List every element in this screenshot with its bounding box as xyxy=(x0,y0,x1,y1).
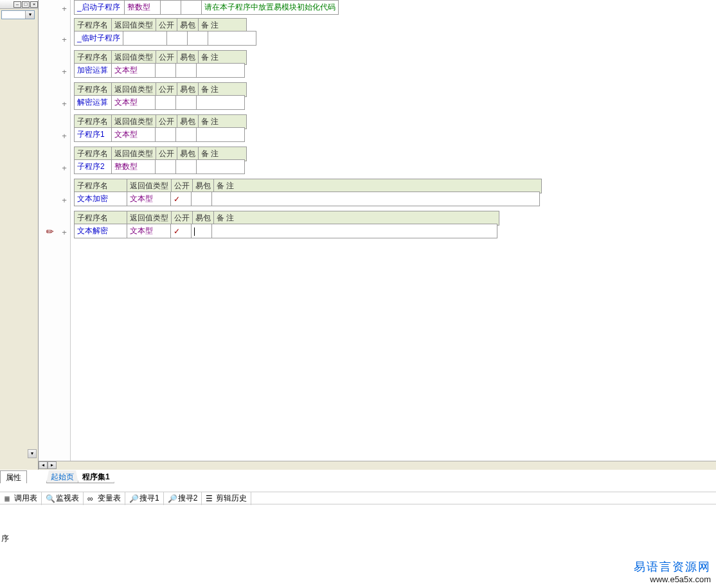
cell-name[interactable]: 解密运算 xyxy=(75,96,112,110)
cell-public[interactable] xyxy=(156,160,176,174)
bottom-tab-label: 搜寻1 xyxy=(139,493,159,504)
side-dropdown[interactable]: ▾ xyxy=(1,10,35,19)
doc-tab[interactable]: 起始页 xyxy=(46,470,78,483)
cell-public[interactable]: ✓ xyxy=(171,224,192,238)
code-editor: ++++++++✎ _启动子程序整数型请在本子程序中放置易模块初始化代码子程序名… xyxy=(39,0,716,470)
expand-icon[interactable]: + xyxy=(60,4,68,13)
bottom-tab[interactable]: ☰剪辑历史 xyxy=(202,492,251,505)
find-icon: 🔎 xyxy=(168,494,176,503)
edit-marker-icon: ✎ xyxy=(44,225,57,238)
scroll-left-icon[interactable]: ◂ xyxy=(39,461,48,469)
properties-tab[interactable]: 属性 xyxy=(0,470,27,483)
bottom-tab-label: 监视表 xyxy=(56,493,79,504)
subroutine-grid[interactable]: 文本解密文本型✓ xyxy=(74,224,497,238)
cell-public[interactable] xyxy=(156,64,176,78)
cell-type[interactable]: 文本型 xyxy=(127,192,171,206)
cell-name[interactable]: 子程序1 xyxy=(75,128,112,142)
watermark-url: www.e5a5x.com xyxy=(634,575,711,584)
find-icon: 🔎 xyxy=(129,494,138,503)
history-icon: ☰ xyxy=(206,494,214,503)
bottom-tab-label: 剪辑历史 xyxy=(216,493,247,504)
cell-pack[interactable] xyxy=(176,128,197,142)
expand-icon[interactable]: + xyxy=(60,227,68,237)
cell-pack[interactable] xyxy=(176,96,197,110)
bottom-tab[interactable]: 🔎搜寻2 xyxy=(164,492,202,505)
cell-type[interactable]: 文本型 xyxy=(112,64,156,78)
search-icon: 🔍 xyxy=(46,494,54,503)
subroutine-grid[interactable]: 加密运算文本型 xyxy=(74,63,245,78)
subroutine-grid[interactable]: 解密运算文本型 xyxy=(74,95,245,110)
subroutine-grid[interactable]: 子程序2整数型 xyxy=(74,159,245,174)
cell-remark[interactable] xyxy=(197,96,245,110)
cell-pack[interactable] xyxy=(176,64,197,78)
bottom-tab-label: 调用表 xyxy=(14,493,37,504)
cell-type[interactable]: 文本型 xyxy=(112,128,156,142)
cell-name[interactable]: _启动子程序 xyxy=(75,1,125,15)
cell-pack[interactable] xyxy=(187,31,208,46)
restore-icon[interactable]: □ xyxy=(22,1,30,8)
chevron-down-icon[interactable]: ▾ xyxy=(25,11,34,19)
cell-name[interactable]: 文本解密 xyxy=(75,224,127,238)
watermark: 易语言资源网 www.e5a5x.com xyxy=(634,559,711,584)
subroutine-grid[interactable]: 文本加密文本型✓ xyxy=(74,192,540,206)
cell-remark[interactable]: 请在本子程序中放置易模块初始化代码 xyxy=(202,1,339,15)
chevron-down-icon[interactable]: ▾ xyxy=(28,449,37,458)
cell-remark[interactable] xyxy=(212,192,540,206)
cell-pack[interactable] xyxy=(181,1,202,15)
cell-pack[interactable] xyxy=(176,160,197,174)
bottom-tab-label: 变量表 xyxy=(98,493,121,504)
cell-pack[interactable] xyxy=(192,192,212,206)
cell-remark[interactable] xyxy=(208,31,256,46)
side-titlebar: – □ × xyxy=(0,0,38,9)
cell-type[interactable]: 整数型 xyxy=(125,1,161,15)
cell-remark[interactable] xyxy=(212,224,497,238)
scroll-right-icon[interactable]: ▸ xyxy=(48,461,57,469)
expand-icon[interactable]: + xyxy=(60,131,68,141)
doc-tab[interactable]: 程序集1 xyxy=(78,470,114,483)
cell-public[interactable]: ✓ xyxy=(171,192,192,206)
expand-icon[interactable]: + xyxy=(60,67,68,76)
bottom-tab[interactable]: ∞变量表 xyxy=(84,492,125,505)
cell-name[interactable]: 加密运算 xyxy=(75,64,112,78)
cell-type[interactable]: 文本型 xyxy=(112,96,156,110)
cell-pack[interactable] xyxy=(192,224,212,238)
status-bar: 序 xyxy=(0,532,716,546)
horizontal-scrollbar[interactable]: ◂▸ xyxy=(39,461,716,470)
cell-remark[interactable] xyxy=(197,128,245,142)
minimize-icon[interactable]: – xyxy=(13,1,21,8)
cell-type[interactable]: 整数型 xyxy=(112,160,156,174)
list-icon: ≣ xyxy=(4,494,12,503)
expand-icon[interactable]: + xyxy=(60,99,68,109)
subroutine-grid[interactable]: _启动子程序整数型请在本子程序中放置易模块初始化代码 xyxy=(74,0,339,15)
bottom-tab[interactable]: ≣调用表 xyxy=(0,492,42,505)
subroutine-grid[interactable]: _临时子程序 xyxy=(74,31,256,46)
side-panel: – □ × ▾ ▾ xyxy=(0,0,39,470)
subroutine-grid[interactable]: 子程序1文本型 xyxy=(74,127,245,142)
bottom-tab[interactable]: 🔎搜寻1 xyxy=(125,492,164,505)
bottom-panel-tabs: ≣调用表🔍监视表∞变量表🔎搜寻1🔎搜寻2☰剪辑历史 xyxy=(0,492,716,504)
cell-remark[interactable] xyxy=(197,160,245,174)
bottom-tab-label: 搜寻2 xyxy=(178,493,198,504)
cell-type[interactable]: 文本型 xyxy=(127,224,171,238)
cell-type[interactable] xyxy=(123,31,166,46)
expand-icon[interactable]: + xyxy=(60,35,68,44)
gutter: ++++++++✎ xyxy=(39,0,71,463)
watermark-title: 易语言资源网 xyxy=(634,559,711,575)
cell-public[interactable] xyxy=(166,31,187,46)
cell-public[interactable] xyxy=(161,1,181,15)
cell-name[interactable]: _临时子程序 xyxy=(75,31,123,46)
document-tabs: 起始页程序集1 xyxy=(39,470,114,483)
close-icon[interactable]: × xyxy=(30,1,38,8)
var-icon: ∞ xyxy=(87,494,96,503)
expand-icon[interactable]: + xyxy=(60,163,68,173)
expand-icon[interactable]: + xyxy=(60,195,68,205)
cell-public[interactable] xyxy=(156,128,176,142)
bottom-tab[interactable]: 🔍监视表 xyxy=(42,492,84,505)
cell-name[interactable]: 子程序2 xyxy=(75,160,112,174)
cell-name[interactable]: 文本加密 xyxy=(75,192,127,206)
cell-public[interactable] xyxy=(156,96,176,110)
cell-remark[interactable] xyxy=(197,64,245,78)
